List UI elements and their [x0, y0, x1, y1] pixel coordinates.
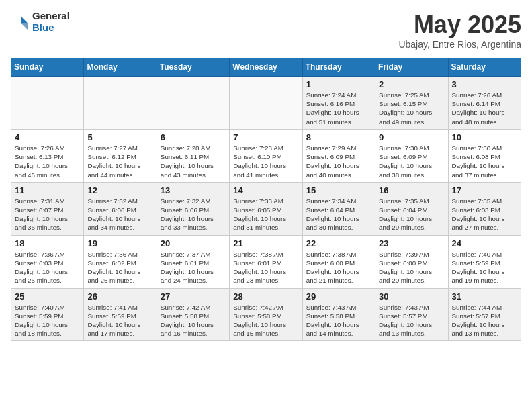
title-block: May 2025 Ubajay, Entre Rios, Argentina — [398, 11, 521, 50]
day-info: Sunrise: 7:32 AM Sunset: 6:06 PM Dayligh… — [87, 197, 152, 232]
day-number: 8 — [306, 132, 371, 142]
calendar-cell: 28Sunrise: 7:42 AM Sunset: 5:58 PM Dayli… — [230, 288, 302, 341]
calendar-week-5: 25Sunrise: 7:40 AM Sunset: 5:59 PM Dayli… — [11, 288, 521, 341]
day-number: 14 — [233, 185, 298, 195]
day-number: 25 — [15, 291, 80, 302]
calendar-cell: 26Sunrise: 7:41 AM Sunset: 5:59 PM Dayli… — [84, 288, 157, 341]
calendar-cell: 2Sunrise: 7:25 AM Sunset: 6:15 PM Daylig… — [375, 77, 448, 130]
logo-general-text: General — [32, 11, 70, 22]
day-info: Sunrise: 7:30 AM Sunset: 6:08 PM Dayligh… — [452, 144, 517, 179]
calendar-cell: 16Sunrise: 7:35 AM Sunset: 6:04 PM Dayli… — [375, 182, 448, 235]
calendar-cell: 11Sunrise: 7:31 AM Sunset: 6:07 PM Dayli… — [11, 182, 84, 235]
day-number: 15 — [306, 185, 371, 195]
calendar-week-4: 18Sunrise: 7:36 AM Sunset: 6:03 PM Dayli… — [11, 235, 521, 288]
calendar-cell: 14Sunrise: 7:33 AM Sunset: 6:05 PM Dayli… — [230, 182, 302, 235]
calendar-cell: 4Sunrise: 7:26 AM Sunset: 6:13 PM Daylig… — [11, 129, 84, 182]
calendar-cell: 20Sunrise: 7:37 AM Sunset: 6:01 PM Dayli… — [157, 235, 229, 288]
calendar-cell: 13Sunrise: 7:32 AM Sunset: 6:06 PM Dayli… — [157, 182, 229, 235]
day-number: 24 — [452, 238, 517, 248]
calendar-cell: 9Sunrise: 7:30 AM Sunset: 6:09 PM Daylig… — [375, 129, 448, 182]
day-number: 6 — [161, 132, 226, 142]
calendar-cell: 7Sunrise: 7:28 AM Sunset: 6:10 PM Daylig… — [230, 129, 302, 182]
calendar-cell — [230, 77, 302, 130]
day-info: Sunrise: 7:38 AM Sunset: 6:00 PM Dayligh… — [306, 250, 371, 285]
day-info: Sunrise: 7:35 AM Sunset: 6:03 PM Dayligh… — [452, 197, 517, 232]
day-number: 11 — [15, 185, 80, 195]
calendar-cell: 30Sunrise: 7:43 AM Sunset: 5:57 PM Dayli… — [375, 288, 448, 341]
logo-blue-text: Blue — [32, 22, 70, 34]
day-number: 19 — [87, 238, 152, 248]
day-info: Sunrise: 7:25 AM Sunset: 6:15 PM Dayligh… — [379, 91, 444, 126]
calendar-cell: 27Sunrise: 7:42 AM Sunset: 5:58 PM Dayli… — [157, 288, 229, 341]
day-info: Sunrise: 7:30 AM Sunset: 6:09 PM Dayligh… — [379, 144, 444, 179]
logo-text: General Blue — [32, 11, 70, 33]
weekday-header-monday: Monday — [84, 58, 157, 77]
weekday-header-friday: Friday — [375, 58, 448, 77]
calendar-cell: 21Sunrise: 7:38 AM Sunset: 6:01 PM Dayli… — [230, 235, 302, 288]
calendar-cell: 31Sunrise: 7:44 AM Sunset: 5:57 PM Dayli… — [448, 288, 521, 341]
day-info: Sunrise: 7:26 AM Sunset: 6:13 PM Dayligh… — [15, 144, 80, 179]
day-info: Sunrise: 7:43 AM Sunset: 5:58 PM Dayligh… — [306, 303, 371, 338]
day-number: 10 — [452, 132, 517, 142]
day-info: Sunrise: 7:33 AM Sunset: 6:05 PM Dayligh… — [233, 197, 298, 232]
day-number: 12 — [87, 185, 152, 195]
day-number: 1 — [306, 79, 371, 89]
day-info: Sunrise: 7:26 AM Sunset: 6:14 PM Dayligh… — [452, 91, 517, 126]
day-info: Sunrise: 7:37 AM Sunset: 6:01 PM Dayligh… — [161, 250, 226, 285]
day-number: 30 — [379, 291, 444, 302]
day-number: 16 — [379, 185, 444, 195]
calendar-cell: 10Sunrise: 7:30 AM Sunset: 6:08 PM Dayli… — [448, 129, 521, 182]
day-number: 5 — [87, 132, 152, 142]
day-number: 2 — [379, 79, 444, 89]
calendar-cell: 3Sunrise: 7:26 AM Sunset: 6:14 PM Daylig… — [448, 77, 521, 130]
day-number: 29 — [306, 291, 371, 302]
day-info: Sunrise: 7:35 AM Sunset: 6:04 PM Dayligh… — [379, 197, 444, 232]
calendar-cell: 15Sunrise: 7:34 AM Sunset: 6:04 PM Dayli… — [302, 182, 375, 235]
calendar-cell: 29Sunrise: 7:43 AM Sunset: 5:58 PM Dayli… — [302, 288, 375, 341]
day-info: Sunrise: 7:27 AM Sunset: 6:12 PM Dayligh… — [87, 144, 152, 179]
day-info: Sunrise: 7:29 AM Sunset: 6:09 PM Dayligh… — [306, 144, 371, 179]
day-number: 7 — [233, 132, 298, 142]
day-info: Sunrise: 7:41 AM Sunset: 5:59 PM Dayligh… — [87, 303, 152, 338]
weekday-header-sunday: Sunday — [11, 58, 84, 77]
svg-marker-1 — [21, 23, 28, 30]
calendar-cell: 5Sunrise: 7:27 AM Sunset: 6:12 PM Daylig… — [84, 129, 157, 182]
calendar-cell: 1Sunrise: 7:24 AM Sunset: 6:16 PM Daylig… — [302, 77, 375, 130]
weekday-header-wednesday: Wednesday — [230, 58, 302, 77]
day-info: Sunrise: 7:32 AM Sunset: 6:06 PM Dayligh… — [161, 197, 226, 232]
day-info: Sunrise: 7:42 AM Sunset: 5:58 PM Dayligh… — [161, 303, 226, 338]
day-info: Sunrise: 7:28 AM Sunset: 6:10 PM Dayligh… — [233, 144, 298, 179]
calendar-cell: 12Sunrise: 7:32 AM Sunset: 6:06 PM Dayli… — [84, 182, 157, 235]
day-number: 28 — [233, 291, 298, 302]
day-number: 18 — [15, 238, 80, 248]
day-number: 13 — [161, 185, 226, 195]
calendar-cell — [84, 77, 157, 130]
day-info: Sunrise: 7:24 AM Sunset: 6:16 PM Dayligh… — [306, 91, 371, 126]
day-number: 20 — [161, 238, 226, 248]
day-info: Sunrise: 7:39 AM Sunset: 6:00 PM Dayligh… — [379, 250, 444, 285]
day-number: 31 — [452, 291, 517, 302]
calendar-cell — [157, 77, 229, 130]
calendar-cell: 25Sunrise: 7:40 AM Sunset: 5:59 PM Dayli… — [11, 288, 84, 341]
weekday-header-saturday: Saturday — [448, 58, 521, 77]
day-number: 26 — [87, 291, 152, 302]
day-info: Sunrise: 7:28 AM Sunset: 6:11 PM Dayligh… — [161, 144, 226, 179]
weekday-header-tuesday: Tuesday — [157, 58, 229, 77]
day-number: 23 — [379, 238, 444, 248]
day-number: 27 — [161, 291, 226, 302]
calendar-location: Ubajay, Entre Rios, Argentina — [398, 39, 521, 50]
calendar-cell: 19Sunrise: 7:36 AM Sunset: 6:02 PM Dayli… — [84, 235, 157, 288]
day-info: Sunrise: 7:34 AM Sunset: 6:04 PM Dayligh… — [306, 197, 371, 232]
calendar-table: SundayMondayTuesdayWednesdayThursdayFrid… — [11, 58, 521, 341]
weekday-header-row: SundayMondayTuesdayWednesdayThursdayFrid… — [11, 58, 521, 77]
calendar-cell: 17Sunrise: 7:35 AM Sunset: 6:03 PM Dayli… — [448, 182, 521, 235]
day-info: Sunrise: 7:38 AM Sunset: 6:01 PM Dayligh… — [233, 250, 298, 285]
day-number: 3 — [452, 79, 517, 89]
calendar-cell: 6Sunrise: 7:28 AM Sunset: 6:11 PM Daylig… — [157, 129, 229, 182]
calendar-cell: 8Sunrise: 7:29 AM Sunset: 6:09 PM Daylig… — [302, 129, 375, 182]
weekday-header-thursday: Thursday — [302, 58, 375, 77]
day-info: Sunrise: 7:40 AM Sunset: 5:59 PM Dayligh… — [15, 303, 80, 338]
day-number: 4 — [15, 132, 80, 142]
calendar-week-3: 11Sunrise: 7:31 AM Sunset: 6:07 PM Dayli… — [11, 182, 521, 235]
calendar-cell: 18Sunrise: 7:36 AM Sunset: 6:03 PM Dayli… — [11, 235, 84, 288]
